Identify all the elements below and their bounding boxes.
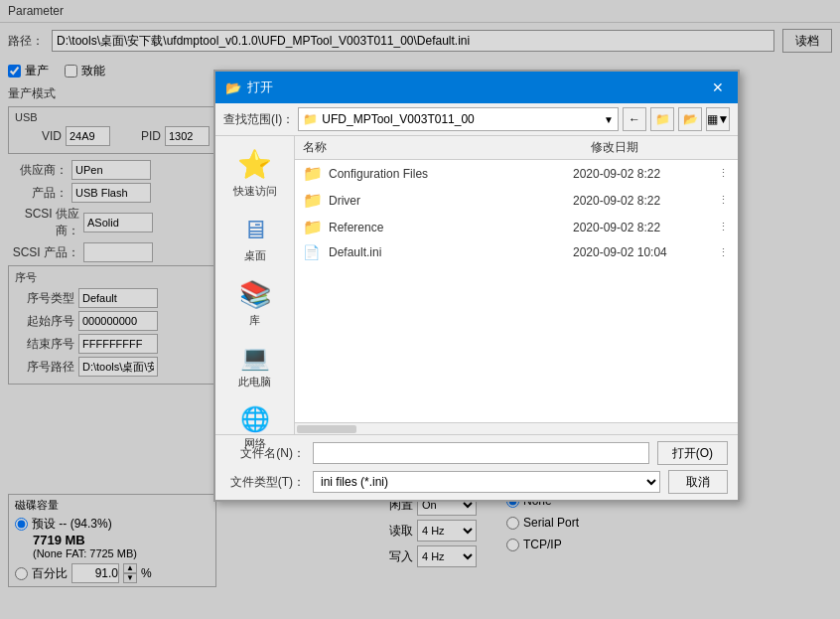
folder-icon: 📁 xyxy=(303,112,318,126)
file-name-reference: Reference xyxy=(329,221,567,234)
cancel-button[interactable]: 取消 xyxy=(668,470,728,494)
nav-item-quick-access[interactable]: ⭐ 快速访问 xyxy=(221,144,289,203)
file-name-default-ini: Default.ini xyxy=(329,245,567,259)
dialog-bottom: 文件名(N)： 打开(O) 文件类型(T)： ini files (*.ini)… xyxy=(215,434,738,500)
quick-access-icon: ⭐ xyxy=(237,148,272,181)
dialog-title: 打开 xyxy=(247,78,273,96)
file-date-reference: 2020-09-02 8:22 xyxy=(573,221,712,234)
filename-input[interactable] xyxy=(313,442,649,464)
dialog-close-button[interactable]: ✕ xyxy=(708,77,728,97)
dialog-icon: 📂 xyxy=(225,80,241,95)
filename-label: 文件名(N)： xyxy=(225,445,305,462)
open-dialog: 📂 打开 ✕ 查找范围(I)： 📁 UFD_MPTool_V003T011_00… xyxy=(213,70,740,502)
col-date-header: 修改日期 xyxy=(591,139,730,156)
nav-label-desktop: 桌面 xyxy=(244,248,266,263)
file-item-default-ini[interactable]: 📄 Default.ini 2020-09-02 10:04 ⋮ xyxy=(295,240,738,264)
file-list: 📁 Configuration Files 2020-09-02 8:22 ⋮ … xyxy=(295,160,738,422)
nav-label-quick-access: 快速访问 xyxy=(233,184,277,199)
filetype-select[interactable]: ini files (*.ini) xyxy=(313,471,660,493)
folder-reference-icon: 📁 xyxy=(303,218,323,236)
desktop-icon: 🖥 xyxy=(242,215,268,245)
folder-new-button[interactable]: 📁 xyxy=(650,107,674,131)
location-dropdown[interactable]: 📁 UFD_MPTool_V003T011_00 ▼ xyxy=(298,107,619,131)
file-name-config: Configuration Files xyxy=(329,167,567,181)
folder-up-button[interactable]: 📂 xyxy=(678,107,702,131)
open-button[interactable]: 打开(O) xyxy=(657,441,728,465)
file-date-default-ini: 2020-09-02 10:04 xyxy=(573,245,712,259)
nav-item-desktop[interactable]: 🖥 桌面 xyxy=(221,211,289,267)
nav-item-library[interactable]: 📚 库 xyxy=(221,275,289,332)
file-ini-icon: 📄 xyxy=(303,244,323,260)
view-button[interactable]: ▦▼ xyxy=(706,107,730,131)
filename-row: 文件名(N)： 打开(O) xyxy=(225,441,728,465)
more-icon-reference: ⋮ xyxy=(718,221,730,233)
file-item-config[interactable]: 📁 Configuration Files 2020-09-02 8:22 ⋮ xyxy=(295,160,738,187)
library-icon: 📚 xyxy=(239,279,271,310)
this-pc-icon: 💻 xyxy=(240,344,270,372)
more-icon-driver: ⋮ xyxy=(718,194,730,207)
file-list-header: 名称 修改日期 xyxy=(295,136,738,160)
file-name-driver: Driver xyxy=(329,194,567,208)
main-window: Parameter 路径： 读档 量产 致能 量产模式 U xyxy=(0,0,840,619)
scroll-thumb xyxy=(297,425,356,433)
network-icon: 🌐 xyxy=(240,405,270,433)
dialog-title-bar: 📂 打开 ✕ xyxy=(215,72,738,103)
more-icon-config: ⋮ xyxy=(718,167,730,180)
more-icon-ini: ⋮ xyxy=(718,246,730,259)
nav-panel: ⭐ 快速访问 🖥 桌面 📚 库 💻 此电脑 xyxy=(215,136,295,434)
nav-label-this-pc: 此电脑 xyxy=(238,375,271,389)
filetype-label: 文件类型(T)： xyxy=(225,474,305,491)
file-item-driver[interactable]: 📁 Driver 2020-09-02 8:22 ⋮ xyxy=(295,187,738,214)
dialog-overlay: 🛡 安下载 anxz.com 📂 打开 ✕ 查找范围(I)： 📁 UF xyxy=(0,0,840,619)
filetype-row: 文件类型(T)： ini files (*.ini) 取消 xyxy=(225,470,728,494)
chevron-down-icon: ▼ xyxy=(604,114,614,125)
nav-item-this-pc[interactable]: 💻 此电脑 xyxy=(221,340,289,393)
file-list-area: 名称 修改日期 📁 Configuration Files 2020-09-02… xyxy=(295,136,738,434)
location-label: 查找范围(I)： xyxy=(223,111,294,128)
nav-label-library: 库 xyxy=(249,313,260,328)
horizontal-scrollbar[interactable] xyxy=(295,422,738,434)
folder-config-icon: 📁 xyxy=(303,164,323,183)
file-date-driver: 2020-09-02 8:22 xyxy=(573,194,712,208)
back-button[interactable]: ← xyxy=(623,107,646,131)
file-date-config: 2020-09-02 8:22 xyxy=(573,167,712,181)
dialog-title-left: 📂 打开 xyxy=(225,78,273,96)
dialog-body: ⭐ 快速访问 🖥 桌面 📚 库 💻 此电脑 xyxy=(215,136,738,434)
folder-driver-icon: 📁 xyxy=(303,191,323,210)
location-text: UFD_MPTool_V003T011_00 xyxy=(322,112,474,126)
file-item-reference[interactable]: 📁 Reference 2020-09-02 8:22 ⋮ xyxy=(295,214,738,240)
col-name-header: 名称 xyxy=(303,139,591,156)
dialog-toolbar: 查找范围(I)： 📁 UFD_MPTool_V003T011_00 ▼ ← 📁 … xyxy=(215,103,738,136)
